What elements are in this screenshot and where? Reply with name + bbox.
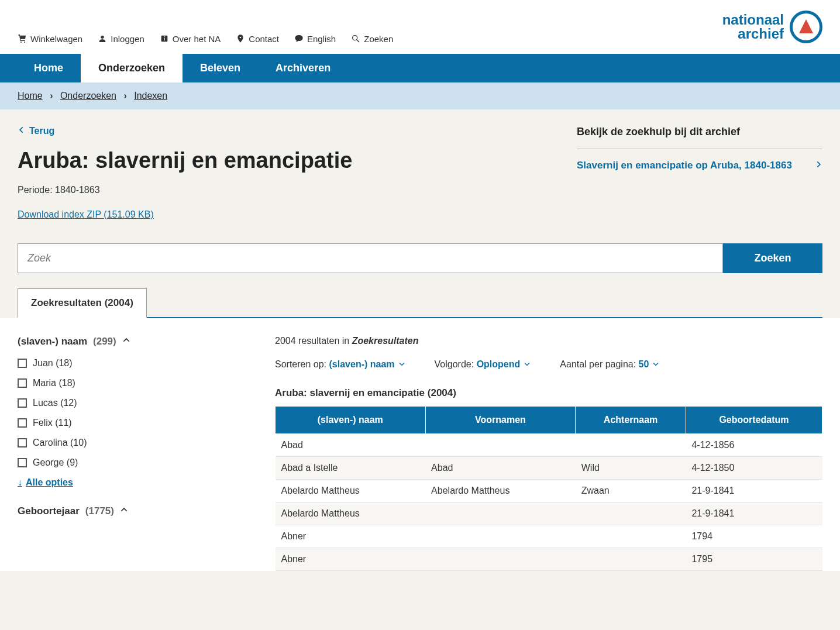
- table-header[interactable]: (slaven-) naam: [276, 407, 426, 434]
- chevron-right-icon: [814, 160, 822, 171]
- table-cell: Wild: [576, 457, 686, 480]
- cart-link[interactable]: Winkelwagen: [18, 34, 82, 44]
- facet-item[interactable]: Carolina (10): [18, 438, 240, 448]
- table-cell: [425, 502, 576, 525]
- table-cell: [425, 548, 576, 571]
- side-link[interactable]: Slavernij en emancipatie op Aruba, 1840-…: [577, 160, 822, 171]
- search-button[interactable]: Zoeken: [723, 243, 822, 273]
- checkbox-icon: [18, 359, 27, 368]
- facet-item[interactable]: Lucas (12): [18, 398, 240, 408]
- facet-item-label: Felix (11): [33, 418, 72, 428]
- order-control[interactable]: Volgorde: Oplopend: [435, 359, 531, 370]
- checkbox-icon: [18, 378, 27, 388]
- svg-line-7: [357, 40, 359, 42]
- top-search-link[interactable]: Zoeken: [351, 34, 393, 44]
- tab-label: Zoekresultaten: [31, 297, 102, 308]
- side-title: Bekijk de zoekhulp bij dit archief: [577, 126, 822, 138]
- table-cell: Abelardo Mattheus: [276, 502, 426, 525]
- period: Periode: 1840-1863: [18, 185, 553, 195]
- about-label: Over het NA: [173, 34, 221, 44]
- divider: [577, 149, 822, 149]
- results-count-text: resultaten in: [298, 336, 349, 346]
- crumb-home[interactable]: Home: [18, 91, 43, 101]
- table-row[interactable]: Abad4-12-1856: [276, 434, 822, 457]
- download-link[interactable]: Download index ZIP (151.09 KB): [18, 209, 154, 219]
- sort-label: Sorteren op:: [275, 359, 326, 369]
- facet-item-label: Juan (18): [33, 358, 73, 369]
- login-link[interactable]: Inloggen: [98, 34, 144, 44]
- svg-rect-5: [164, 36, 164, 37]
- table-row[interactable]: Abner1794: [276, 525, 822, 548]
- table-row[interactable]: Abelardo Mattheus21-9-1841: [276, 502, 822, 525]
- order-label: Volgorde:: [435, 359, 474, 369]
- cart-icon: [18, 34, 27, 43]
- table-cell: 4-12-1856: [686, 434, 822, 457]
- nav-beleven[interactable]: Beleven: [183, 54, 258, 82]
- nav-onderzoeken[interactable]: Onderzoeken: [81, 54, 183, 82]
- english-label: English: [307, 34, 336, 44]
- results-count: 2004 resultaten in Zoekresultaten: [275, 336, 822, 346]
- contact-link[interactable]: Contact: [236, 34, 279, 44]
- facet-all-options-label: Alle opties: [26, 477, 73, 488]
- top-search-label: Zoeken: [364, 34, 393, 44]
- logo-mark-icon: [790, 11, 822, 43]
- speech-icon: [294, 34, 304, 43]
- facet-item[interactable]: Felix (11): [18, 418, 240, 428]
- table-header[interactable]: Geboortedatum: [686, 407, 822, 434]
- chevron-left-icon: [18, 126, 26, 136]
- table-cell: [576, 548, 686, 571]
- nav-home[interactable]: Home: [16, 54, 81, 82]
- svg-rect-4: [164, 38, 164, 41]
- main-nav: Home Onderzoeken Beleven Archiveren: [0, 54, 840, 82]
- crumb-indexen[interactable]: Indexen: [134, 91, 167, 101]
- facet-item-label: Carolina (10): [33, 438, 87, 448]
- sort-control[interactable]: Sorteren op: (slaven-) naam: [275, 359, 405, 370]
- facet-item[interactable]: George (9): [18, 457, 240, 468]
- perpage-value: 50: [639, 359, 649, 370]
- tab-count: (2004): [105, 297, 133, 308]
- results-table: (slaven-) naamVoornamenAchternaamGeboort…: [275, 406, 822, 571]
- table-cell: [425, 525, 576, 548]
- table-cell: Abelardo Mattheus: [425, 480, 576, 502]
- table-header[interactable]: Achternaam: [576, 407, 686, 434]
- table-row[interactable]: Abad a IstelleAbadWild4-12-1850: [276, 457, 822, 480]
- checkbox-icon: [18, 458, 27, 467]
- chevron-right-icon: ›: [50, 91, 53, 101]
- logo[interactable]: nationaal archief: [722, 11, 822, 43]
- back-label: Terug: [29, 126, 54, 136]
- table-cell: [425, 434, 576, 457]
- sort-value: (slaven-) naam: [329, 359, 395, 370]
- about-link[interactable]: Over het NA: [160, 34, 221, 44]
- table-row[interactable]: Abelardo MattheusAbelardo MattheusZwaan2…: [276, 480, 822, 502]
- facet-all-options[interactable]: ↓Alle opties: [18, 477, 240, 488]
- crumb-onderzoeken[interactable]: Onderzoeken: [60, 91, 116, 101]
- search-icon: [351, 34, 360, 43]
- period-value: 1840-1863: [55, 185, 100, 195]
- table-row[interactable]: Abner1795: [276, 548, 822, 571]
- table-cell: Abner: [276, 548, 426, 571]
- back-link[interactable]: Terug: [18, 126, 54, 136]
- facet-title-count: (299): [93, 336, 116, 347]
- svg-point-2: [101, 36, 104, 39]
- results-count-target: Zoekresultaten: [352, 336, 419, 346]
- search-input[interactable]: [18, 243, 723, 273]
- checkbox-icon: [18, 438, 27, 447]
- info-icon: [160, 34, 169, 43]
- nav-archiveren[interactable]: Archiveren: [258, 54, 348, 82]
- table-cell: 4-12-1850: [686, 457, 822, 480]
- logo-line2: archief: [722, 27, 784, 41]
- facet-item[interactable]: Maria (18): [18, 378, 240, 388]
- facet-group: Geboortejaar (1775): [18, 505, 240, 517]
- facet-title[interactable]: Geboortejaar (1775): [18, 505, 240, 517]
- facet-title[interactable]: (slaven-) naam (299): [18, 336, 240, 347]
- checkbox-icon: [18, 418, 27, 428]
- contact-label: Contact: [249, 34, 279, 44]
- facet-item[interactable]: Juan (18): [18, 358, 240, 369]
- facet-group: (slaven-) naam (299) Juan (18)Maria (18)…: [18, 336, 240, 488]
- english-link[interactable]: English: [294, 34, 336, 44]
- facet-item-label: Lucas (12): [33, 398, 77, 408]
- table-header[interactable]: Voornamen: [425, 407, 576, 434]
- tab-results[interactable]: Zoekresultaten (2004): [18, 288, 147, 318]
- svg-point-1: [24, 42, 25, 43]
- perpage-control[interactable]: Aantal per pagina: 50: [560, 359, 659, 370]
